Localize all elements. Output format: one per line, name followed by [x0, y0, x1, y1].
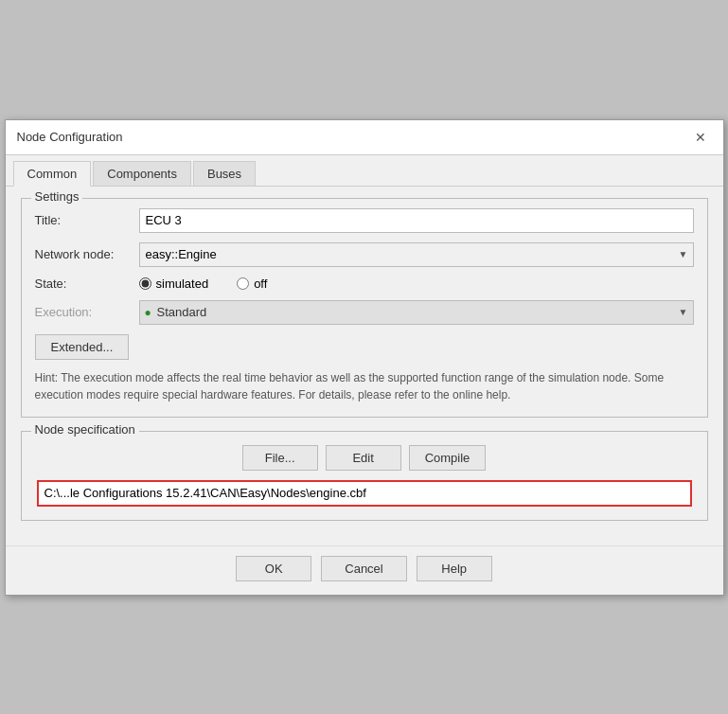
compile-button[interactable]: Compile: [409, 445, 487, 471]
state-off-radio[interactable]: off: [237, 277, 267, 291]
file-path-row: [37, 480, 692, 507]
dialog-footer: OK Cancel Help: [6, 545, 723, 595]
state-label: State:: [35, 277, 139, 291]
tab-components[interactable]: Components: [93, 161, 191, 186]
node-spec-group: Node specification File... Edit Compile: [21, 431, 708, 521]
execution-row: Execution: ● Standard ▼: [35, 300, 694, 325]
settings-group: Settings Title: Network node: easy::Engi…: [21, 198, 708, 418]
ok-button[interactable]: OK: [236, 556, 311, 581]
title-label: Title:: [35, 213, 139, 227]
settings-group-label: Settings: [31, 189, 83, 204]
cancel-button[interactable]: Cancel: [321, 556, 406, 581]
execution-select-wrapper: ● Standard ▼: [139, 300, 694, 325]
node-configuration-dialog: Node Configuration ✕ Common Components B…: [5, 119, 724, 596]
extended-btn-row: Extended...: [35, 334, 694, 360]
state-row: State: simulated off: [35, 277, 694, 291]
hint-text: Hint: The execution mode affects the rea…: [35, 369, 694, 403]
title-input[interactable]: [139, 208, 694, 233]
network-node-select[interactable]: easy::Engine: [139, 242, 694, 267]
network-node-label: Network node:: [35, 247, 139, 261]
content-area: Settings Title: Network node: easy::Engi…: [6, 187, 723, 545]
title-bar: Node Configuration ✕: [6, 120, 723, 155]
help-button[interactable]: Help: [417, 556, 492, 581]
execution-select[interactable]: Standard: [139, 300, 694, 325]
state-radio-group: simulated off: [139, 277, 268, 291]
edit-button[interactable]: Edit: [326, 445, 401, 471]
file-button[interactable]: File...: [242, 445, 318, 471]
file-path-input[interactable]: [37, 480, 692, 507]
title-row: Title:: [35, 208, 694, 233]
tab-bar: Common Components Buses: [6, 155, 723, 187]
node-spec-label: Node specification: [31, 422, 139, 437]
tab-common[interactable]: Common: [13, 161, 92, 187]
dialog-title: Node Configuration: [17, 130, 123, 144]
network-node-select-wrapper: easy::Engine ▼: [139, 242, 694, 267]
node-spec-buttons: File... Edit Compile: [35, 445, 694, 471]
state-simulated-radio[interactable]: simulated: [139, 277, 209, 291]
close-button[interactable]: ✕: [689, 128, 712, 147]
extended-button[interactable]: Extended...: [35, 334, 130, 360]
network-node-row: Network node: easy::Engine ▼: [35, 242, 694, 267]
execution-label: Execution:: [35, 305, 139, 319]
green-circle-icon: ●: [145, 306, 151, 319]
tab-buses[interactable]: Buses: [193, 161, 256, 186]
